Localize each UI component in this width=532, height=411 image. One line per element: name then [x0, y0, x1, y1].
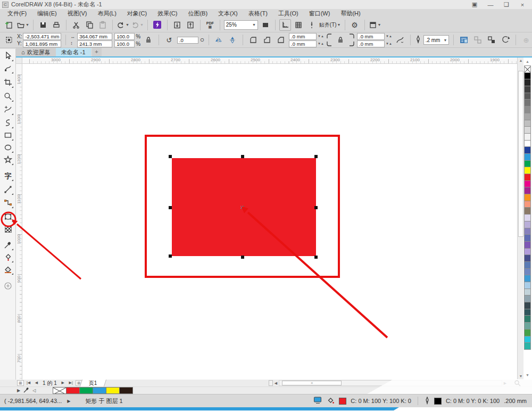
- scale-h-field[interactable]: 100.0: [114, 33, 135, 40]
- palette-swatch[interactable]: [524, 302, 531, 309]
- menu-item[interactable]: 工具(O): [273, 10, 304, 18]
- account-icon[interactable]: ▣: [470, 1, 479, 8]
- tab-untitled-document[interactable]: 未命名 -1: [56, 48, 91, 56]
- palette-swatch[interactable]: [524, 126, 531, 134]
- rectangle-tool[interactable]: [2, 129, 14, 141]
- red-rectangle-object[interactable]: [172, 158, 316, 256]
- selection-handle-tl[interactable]: [169, 155, 172, 158]
- document-palette-swatch[interactable]: [53, 387, 66, 394]
- document-palette-swatch[interactable]: [66, 387, 80, 394]
- palette-swatch[interactable]: [524, 72, 531, 80]
- convert-to-curves-icon[interactable]: [500, 34, 511, 46]
- corner-radius-tl-field[interactable]: .0 mm: [289, 33, 317, 40]
- application-launcher-icon[interactable]: ▼: [369, 19, 381, 31]
- fill-icon[interactable]: [327, 397, 335, 406]
- palette-swatch[interactable]: [524, 275, 531, 282]
- next-page-icon[interactable]: ▶: [60, 380, 66, 386]
- docpal-scroll-left-icon[interactable]: ◁: [32, 388, 36, 393]
- menu-item[interactable]: 视图(V): [62, 10, 93, 18]
- export-icon[interactable]: [185, 19, 196, 31]
- palette-swatch[interactable]: [524, 221, 531, 228]
- pick-tool[interactable]: [2, 50, 14, 62]
- menu-item[interactable]: 文本(X): [213, 10, 243, 18]
- publish-pdf-icon[interactable]: PDF▦: [204, 19, 216, 31]
- mirror-horizontal-icon[interactable]: [213, 34, 225, 46]
- ruler-corner[interactable]: [16, 57, 22, 64]
- rotation-angle-field[interactable]: .0: [177, 37, 198, 44]
- palette-swatch[interactable]: [524, 146, 531, 154]
- palette-swatch[interactable]: [524, 167, 531, 174]
- scroll-down-icon[interactable]: ▼: [518, 373, 524, 380]
- restore-button[interactable]: ❑: [502, 1, 511, 8]
- show-guidelines-icon[interactable]: [306, 19, 318, 31]
- palette-swatch[interactable]: [524, 342, 531, 350]
- palette-swatch[interactable]: [524, 180, 531, 188]
- copy-icon[interactable]: [84, 19, 95, 31]
- zoom-level-combo[interactable]: 25%▼: [224, 20, 258, 30]
- object-center-marker[interactable]: ×: [240, 204, 244, 210]
- menu-item[interactable]: 窗口(W): [304, 10, 336, 18]
- selection-handle-mr[interactable]: [314, 206, 318, 209]
- menu-item[interactable]: 编辑(E): [32, 10, 62, 18]
- scroll-up-icon[interactable]: ▲: [518, 57, 524, 64]
- document-palette-swatch[interactable]: [79, 387, 93, 394]
- corner-radius-br-field[interactable]: .0 mm: [357, 40, 385, 47]
- color-eyedropper-tool[interactable]: [2, 239, 14, 251]
- close-button[interactable]: ×: [518, 2, 527, 8]
- lock-corners-icon[interactable]: [335, 34, 346, 46]
- corner-radius-bl-field[interactable]: .0 mm: [289, 40, 317, 47]
- round-corner-icon[interactable]: [247, 34, 259, 46]
- palette-swatch[interactable]: [524, 194, 531, 201]
- object-width-field[interactable]: 364.067 mm: [77, 33, 112, 40]
- freehand-tool[interactable]: [2, 104, 14, 116]
- menu-item[interactable]: 对象(C): [122, 10, 152, 18]
- add-tools-button[interactable]: [2, 280, 14, 292]
- outline-color-chip[interactable]: [434, 398, 442, 405]
- search-content-icon[interactable]: [152, 19, 163, 31]
- palette-swatch[interactable]: [524, 106, 531, 113]
- palette-swatch[interactable]: [524, 187, 531, 194]
- ellipse-tool[interactable]: [2, 142, 14, 153]
- palette-swatch[interactable]: [524, 289, 531, 296]
- outline-icon[interactable]: [425, 397, 430, 406]
- color-proof-icon[interactable]: [313, 396, 322, 406]
- palette-swatch[interactable]: [524, 99, 531, 106]
- docpal-expand-icon[interactable]: ▶: [17, 388, 20, 393]
- palette-swatch[interactable]: [524, 268, 531, 276]
- selection-handle-tc[interactable]: [241, 155, 244, 158]
- print-icon[interactable]: [51, 19, 62, 31]
- chamfered-corner-icon[interactable]: [275, 34, 287, 46]
- save-icon[interactable]: [37, 19, 49, 31]
- palette-swatch[interactable]: [524, 214, 531, 221]
- palette-swatch[interactable]: [524, 113, 531, 120]
- selection-handle-br[interactable]: [314, 256, 318, 259]
- object-height-field[interactable]: 241.3 mm: [77, 40, 112, 47]
- wrap-text-icon[interactable]: [458, 34, 470, 46]
- document-palette-swatch[interactable]: [106, 387, 120, 394]
- dimension-tool[interactable]: [2, 184, 14, 195]
- menu-item[interactable]: 表格(T): [243, 10, 273, 18]
- palette-swatch[interactable]: [524, 140, 531, 147]
- palette-swatch[interactable]: [524, 228, 531, 235]
- palette-swatch[interactable]: [524, 241, 531, 249]
- vertical-scroll-thumb[interactable]: [518, 71, 523, 237]
- scalloped-corner-icon[interactable]: [261, 34, 273, 46]
- page-tab[interactable]: 页1: [80, 380, 106, 387]
- last-page-icon[interactable]: ▶|: [68, 380, 74, 386]
- cut-icon[interactable]: [70, 19, 82, 31]
- interactive-fill-tool[interactable]: [2, 251, 14, 263]
- palette-swatch[interactable]: [524, 207, 531, 215]
- tab-welcome-screen[interactable]: ⌂ 欢迎屏幕: [16, 48, 56, 56]
- palette-swatch[interactable]: [524, 201, 531, 208]
- palette-swatch[interactable]: [524, 174, 531, 181]
- menu-item[interactable]: 效果(C): [152, 10, 182, 18]
- palette-swatch[interactable]: [524, 254, 531, 262]
- horizontal-scroll-thumb[interactable]: ≡: [282, 381, 342, 385]
- palette-swatch[interactable]: [524, 65, 531, 73]
- new-document-icon[interactable]: [3, 19, 15, 31]
- add-page-start-icon[interactable]: ⊞: [17, 380, 24, 386]
- menu-item[interactable]: 位图(B): [182, 10, 213, 18]
- text-tool[interactable]: 字: [2, 170, 14, 182]
- document-palette-swatch[interactable]: [93, 387, 106, 394]
- undo-icon[interactable]: ▼: [117, 19, 129, 31]
